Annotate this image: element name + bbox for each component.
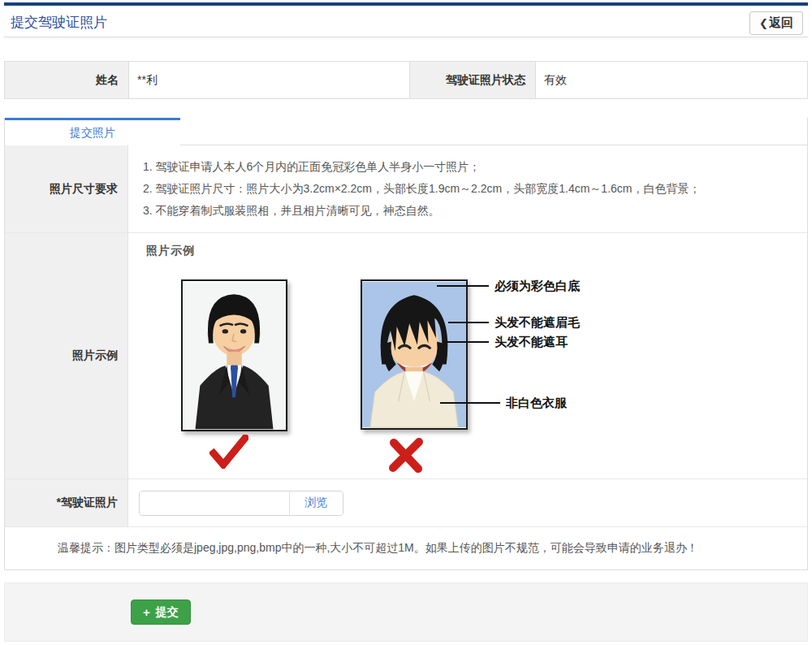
submit-button-label: 提交	[156, 605, 179, 620]
example-label: 照片示例	[5, 233, 128, 478]
annotation-non-white-clothes: 非白色衣服	[440, 395, 567, 411]
requirement-line-3: 3. 不能穿着制式服装照相，并且相片清晰可见，神态自然。	[143, 200, 791, 222]
annotation-line	[443, 341, 489, 343]
browse-button[interactable]: 浏览	[289, 491, 343, 515]
back-button[interactable]: ❮ 返回	[749, 11, 803, 35]
page-title: 提交驾驶证照片	[11, 6, 808, 39]
file-upload-group: 浏览	[139, 491, 343, 516]
example-content: 照片示例	[128, 233, 807, 478]
upload-content: 浏览	[128, 479, 807, 526]
annotation-line	[440, 402, 500, 404]
page: 提交驾驶证照片 ❮ 返回 姓名 **利 驾驶证照片状态 有效 提交照片 照片尺寸…	[4, 2, 808, 642]
license-photo-status-value: 有效	[535, 62, 807, 98]
user-info-table: 姓名 **利 驾驶证照片状态 有效	[4, 61, 808, 99]
back-button-label: 返回	[769, 15, 793, 31]
tab-strip: 提交照片	[5, 118, 807, 145]
upload-label: *驾驶证照片	[5, 479, 128, 526]
checkmark-icon	[209, 435, 248, 472]
annotation-line	[437, 285, 489, 287]
annotation-hair-eyebrows: 头发不能遮眉毛	[448, 314, 580, 331]
file-path-input[interactable]	[140, 491, 289, 515]
annotation-line	[448, 322, 489, 323]
submit-button[interactable]: + 提交	[131, 600, 191, 625]
good-photo-illustration	[183, 281, 286, 430]
requirement-line-2: 2. 驾驶证照片尺寸：照片大小为3.2cm×2.2cm，头部长度1.9cm～2.…	[143, 178, 791, 200]
name-value: **利	[128, 62, 409, 98]
tip-text: 温馨提示：图片类型必须是jpeg,jpg,png,bmp中的一种,大小不可超过1…	[58, 541, 698, 554]
upload-row: *驾驶证照片 浏览	[5, 479, 807, 527]
page-header: 提交驾驶证照片 ❮ 返回	[4, 2, 808, 37]
good-example-photo	[181, 279, 287, 431]
requirement-line-1: 1. 驾驶证申请人本人6个月内的正面免冠彩色单人半身小一寸照片；	[143, 156, 791, 178]
example-row: 照片示例 照片示例	[5, 233, 807, 479]
submit-bar: + 提交	[4, 582, 808, 642]
requirements-content: 1. 驾驶证申请人本人6个月内的正面免冠彩色单人半身小一寸照片； 2. 驾驶证照…	[128, 145, 807, 232]
example-heading: 照片示例	[146, 244, 195, 258]
requirements-label: 照片尺寸要求	[5, 145, 128, 232]
requirements-row: 照片尺寸要求 1. 驾驶证申请人本人6个月内的正面免冠彩色单人半身小一寸照片； …	[5, 145, 807, 233]
name-label: 姓名	[5, 62, 128, 98]
annotation-white-background: 必须为彩色白底	[437, 278, 580, 294]
tip-row: 温馨提示：图片类型必须是jpeg,jpg,png,bmp中的一种,大小不可超过1…	[5, 527, 807, 569]
x-mark-icon	[388, 437, 424, 476]
plus-icon: +	[143, 606, 150, 618]
tab-submit-photo[interactable]: 提交照片	[5, 118, 180, 145]
chevron-left-icon: ❮	[759, 17, 768, 29]
main-panel: 提交照片 照片尺寸要求 1. 驾驶证申请人本人6个月内的正面免冠彩色单人半身小一…	[4, 118, 808, 570]
annotation-hair-ears: 头发不能遮耳	[443, 334, 568, 350]
license-photo-status-label: 驾驶证照片状态	[409, 62, 535, 98]
